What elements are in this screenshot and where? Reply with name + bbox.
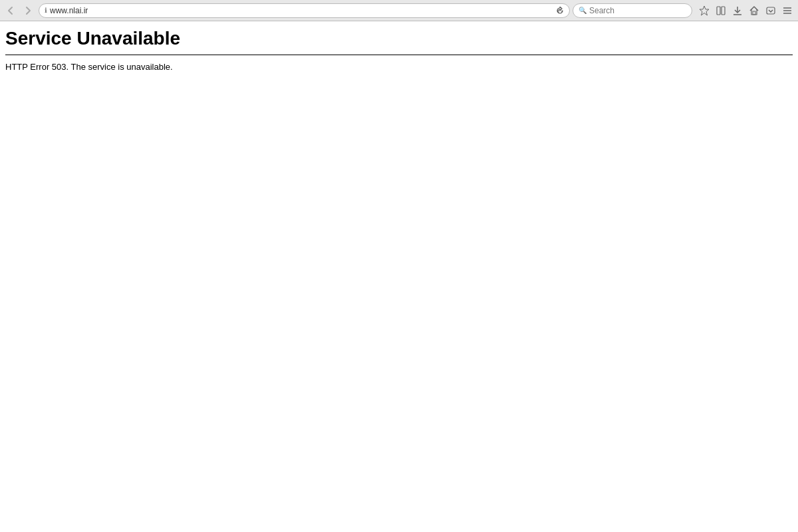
svg-rect-5 [753, 11, 755, 15]
page-content: Service Unavailable HTTP Error 503. The … [0, 21, 798, 532]
svg-rect-2 [722, 7, 725, 15]
svg-rect-6 [767, 7, 775, 14]
divider [5, 55, 793, 55]
download-button[interactable] [730, 3, 745, 19]
back-button[interactable] [3, 3, 19, 19]
search-bar[interactable]: 🔍 [573, 3, 692, 18]
bookmark-star-button[interactable] [696, 3, 712, 19]
home-button[interactable] [746, 3, 762, 19]
pocket-button[interactable] [763, 3, 779, 19]
url-input[interactable] [50, 6, 553, 15]
menu-button[interactable] [779, 3, 795, 19]
search-icon: 🔍 [579, 7, 587, 14]
svg-marker-0 [700, 6, 709, 15]
svg-rect-1 [717, 7, 720, 15]
toolbar-icons [696, 3, 795, 19]
page-title: Service Unavailable [5, 28, 793, 49]
browser-toolbar: ℹ 🔍 [0, 0, 798, 21]
address-bar[interactable]: ℹ [39, 3, 570, 18]
reload-icon[interactable] [556, 7, 564, 15]
forward-button[interactable] [20, 3, 36, 19]
reader-view-button[interactable] [713, 3, 729, 19]
error-message: HTTP Error 503. The service is unavailab… [5, 62, 793, 72]
info-icon: ℹ [45, 7, 47, 14]
search-input[interactable] [589, 6, 689, 15]
